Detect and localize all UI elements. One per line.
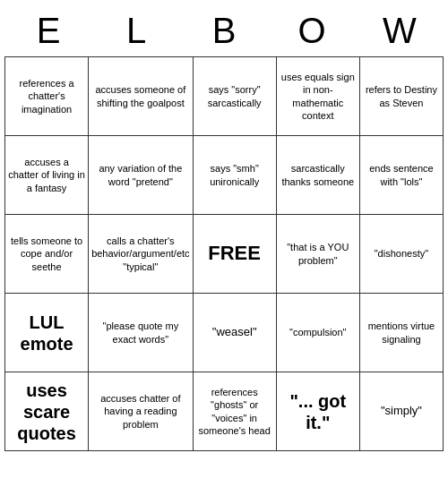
cell-2-4[interactable]: "dishonesty" [360,215,444,294]
cell-2-1[interactable]: calls a chatter's behavior/argument/etc … [89,215,193,294]
cell-4-1[interactable]: accuses chatter of having a reading prob… [89,372,193,451]
cell-1-0[interactable]: accuses a chatter of living in a fantasy [5,136,89,215]
bingo-header: E L B O W [4,7,444,55]
cell-0-0[interactable]: references a chatter's imagination [5,57,89,136]
header-e: E [4,7,92,55]
cell-1-2[interactable]: says "smh" unironically [194,136,277,215]
cell-2-2-free[interactable]: FREE [194,215,277,294]
cell-0-3[interactable]: uses equals sign in non-mathematic conte… [277,57,360,136]
cell-3-1[interactable]: "please quote my exact words" [89,294,193,372]
cell-2-0[interactable]: tells someone to cope and/or seethe [5,215,89,294]
cell-2-3[interactable]: "that is a YOU problem" [277,215,360,294]
header-b: B [180,7,268,55]
cell-4-2[interactable]: references "ghosts" or "voices" in someo… [194,372,277,451]
header-l: L [92,7,180,55]
bingo-card: E L B O W references a chatter's imagina… [4,7,444,451]
cell-0-2[interactable]: says "sorry" sarcastically [194,57,277,136]
header-w: W [356,7,444,55]
cell-1-3[interactable]: sarcastically thanks someone [277,136,360,215]
cell-0-4[interactable]: refers to Destiny as Steven [360,57,444,136]
cell-3-4[interactable]: mentions virtue signaling [360,294,444,372]
cell-1-1[interactable]: any variation of the word "pretend" [89,136,193,215]
bingo-grid: references a chatter's imagination accus… [4,56,444,451]
cell-3-3[interactable]: "compulsion" [277,294,360,372]
cell-1-4[interactable]: ends sentence with "lols" [360,136,444,215]
cell-4-3[interactable]: "... got it." [277,372,360,451]
cell-4-4[interactable]: "simply" [360,372,444,451]
cell-3-0[interactable]: LUL emote [5,294,89,372]
cell-3-2[interactable]: "weasel" [194,294,277,372]
cell-4-0[interactable]: uses scare quotes [5,372,89,451]
header-o: O [268,7,356,55]
cell-0-1[interactable]: accuses someone of shifting the goalpost [89,57,193,136]
